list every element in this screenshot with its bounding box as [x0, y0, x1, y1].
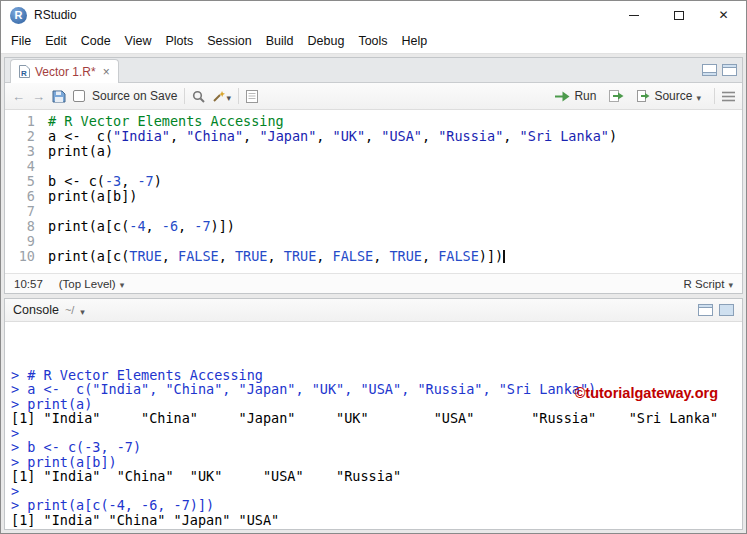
menu-file[interactable]: File	[4, 30, 38, 52]
code-text: print(a[c(-4, -6, -7)])	[48, 219, 235, 234]
r-file-icon: R	[19, 65, 30, 78]
window-controls: ✕	[611, 1, 746, 29]
workspace: R Vector 1.R* × ← →	[1, 54, 746, 533]
text-cursor	[503, 250, 505, 263]
back-icon[interactable]: ←	[12, 90, 25, 103]
menu-code[interactable]: Code	[74, 30, 118, 52]
line-number: 1	[5, 114, 35, 129]
source-doc-icon	[637, 90, 650, 102]
rerun-icon[interactable]	[609, 90, 624, 103]
menu-bar: FileEditCodeViewPlotsSessionBuildDebugTo…	[1, 29, 746, 54]
editor-line-8[interactable]: 8print(a[c(-4, -6, -7)])	[5, 219, 742, 234]
code-text: print(a[b])	[48, 189, 137, 204]
source-on-save-checkbox[interactable]	[73, 90, 85, 102]
editor-line-6[interactable]: 6print(a[b])	[5, 189, 742, 204]
source-button[interactable]: Source	[631, 84, 707, 108]
menu-build[interactable]: Build	[259, 30, 301, 52]
find-icon[interactable]	[192, 90, 205, 103]
pane-maximize-icon[interactable]	[722, 64, 737, 76]
pane-maximize-icon[interactable]	[719, 304, 734, 316]
source-pane: R Vector 1.R* × ← →	[4, 57, 743, 294]
close-icon: ✕	[718, 8, 728, 22]
console-line: > print(a[c(-4, -6, -7)])	[11, 498, 742, 513]
line-number: 5	[5, 174, 35, 189]
rstudio-logo-icon: R	[10, 7, 27, 24]
editor-line-5[interactable]: 5b <- c(-3, -7)	[5, 174, 742, 189]
tab-vector1[interactable]: R Vector 1.R* ×	[10, 59, 119, 83]
forward-icon[interactable]: →	[32, 90, 45, 103]
compile-notebook-icon[interactable]	[246, 90, 258, 103]
console-line: > print(a[b])	[11, 455, 742, 470]
chevron-down-icon[interactable]	[80, 301, 85, 319]
console-line: [1] "India" "China" "UK" "USA" "Russia"	[11, 469, 742, 484]
maximize-button[interactable]	[656, 1, 701, 29]
console-title: Console	[13, 303, 59, 317]
source-label: Source	[654, 89, 692, 103]
code-text: # R Vector Elements Accessing	[48, 114, 284, 129]
scope-selector[interactable]: (Top Level)	[59, 278, 124, 290]
chevron-down-icon	[226, 87, 231, 105]
console-output[interactable]: ©tutorialgateway.org > # R Vector Elemen…	[5, 322, 742, 529]
menu-edit[interactable]: Edit	[38, 30, 74, 52]
menu-tools[interactable]: Tools	[351, 30, 394, 52]
file-type-selector[interactable]: R Script	[684, 278, 733, 290]
menu-session[interactable]: Session	[200, 30, 258, 52]
save-icon[interactable]	[52, 90, 66, 103]
chevron-down-icon	[696, 87, 701, 105]
menu-plots[interactable]: Plots	[158, 30, 200, 52]
toolbar-separator	[714, 88, 715, 104]
minimize-button[interactable]	[611, 1, 656, 29]
run-label: Run	[574, 89, 596, 103]
line-number: 3	[5, 144, 35, 159]
editor-line-7[interactable]: 7	[5, 204, 742, 219]
menu-view[interactable]: View	[118, 30, 159, 52]
file-type-label: R Script	[684, 278, 725, 290]
console-line: [1] "India" "China" "Japan" "USA"	[11, 513, 742, 528]
working-directory: ~/	[65, 304, 74, 316]
editor-line-2[interactable]: 2a <- c("India", "China", "Japan", "UK",…	[5, 129, 742, 144]
menu-debug[interactable]: Debug	[301, 30, 352, 52]
console-pane: Console ~/ ©tutorialgateway.org > # R Ve…	[4, 298, 743, 530]
source-pane-controls	[702, 64, 737, 76]
pane-minimize-icon[interactable]	[698, 304, 713, 316]
editor-status-bar: 10:57 (Top Level) R Script	[5, 273, 742, 293]
console-line: >	[11, 426, 742, 441]
console-line: [1] "India" "China" "Japan" "UK" "USA" "…	[11, 411, 742, 426]
console-line: > b <- c(-3, -7)	[11, 440, 742, 455]
code-tools-wand-icon[interactable]	[212, 87, 231, 105]
editor[interactable]: 1# R Vector Elements Accessing2a <- c("I…	[5, 110, 742, 273]
toolbar-separator	[238, 88, 239, 104]
scope-label: (Top Level)	[59, 278, 116, 290]
line-number: 8	[5, 219, 35, 234]
chevron-down-icon	[120, 278, 125, 290]
line-number: 6	[5, 189, 35, 204]
close-button[interactable]: ✕	[701, 1, 746, 29]
tab-bar: R Vector 1.R* ×	[5, 58, 742, 83]
console-line: >	[11, 484, 742, 499]
chevron-down-icon	[728, 278, 733, 290]
maximize-icon	[674, 11, 684, 20]
editor-line-1[interactable]: 1# R Vector Elements Accessing	[5, 114, 742, 129]
run-button[interactable]: Run	[549, 86, 602, 106]
tab-close-icon[interactable]: ×	[103, 65, 110, 79]
title-bar: R RStudio ✕	[1, 1, 746, 29]
line-number: 7	[5, 204, 35, 219]
cursor-position: 10:57	[14, 278, 43, 290]
code-text: b <- c(-3, -7)	[48, 174, 162, 189]
run-arrow-icon	[555, 91, 570, 102]
logo-letter: R	[15, 9, 23, 21]
line-number: 9	[5, 234, 35, 249]
editor-line-3[interactable]: 3print(a)	[5, 144, 742, 159]
window-title: RStudio	[34, 8, 77, 22]
source-on-save-label: Source on Save	[92, 89, 177, 103]
editor-line-9[interactable]: 9	[5, 234, 742, 249]
menu-help[interactable]: Help	[395, 30, 435, 52]
line-number: 10	[5, 249, 35, 264]
editor-line-10[interactable]: 10print(a[c(TRUE, FALSE, TRUE, TRUE, FAL…	[5, 249, 742, 264]
outline-icon[interactable]	[722, 91, 735, 102]
code-text: a <- c("India", "China", "Japan", "UK", …	[48, 129, 617, 144]
line-number: 2	[5, 129, 35, 144]
editor-lines: 1# R Vector Elements Accessing2a <- c("I…	[5, 114, 742, 264]
pane-minimize-icon[interactable]	[702, 64, 717, 76]
editor-line-4[interactable]: 4	[5, 159, 742, 174]
